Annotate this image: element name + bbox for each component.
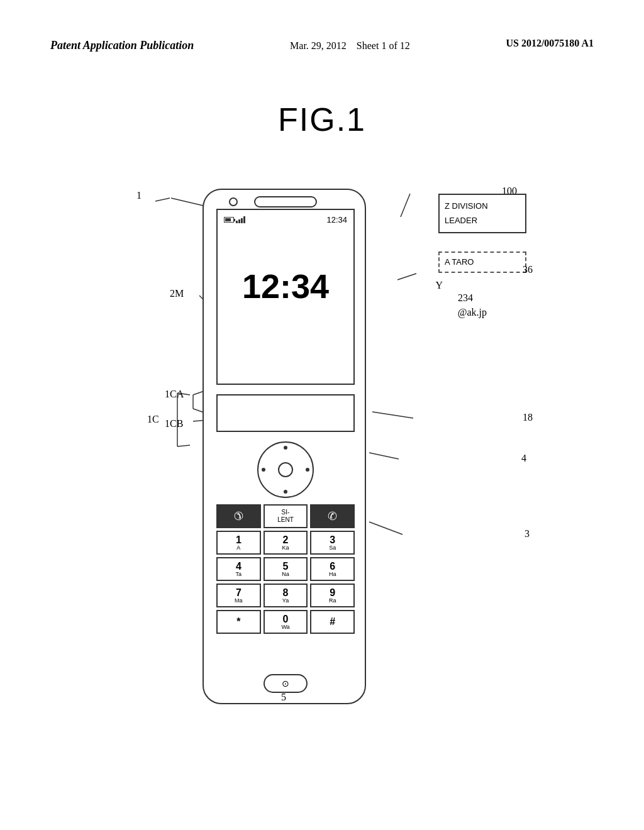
key-3[interactable]: 3Sa <box>310 531 355 555</box>
keypad-row-2: 4Ta 5Na 6Ha <box>216 557 355 581</box>
key-5[interactable]: 5Na <box>264 557 308 581</box>
info-popup-dashed: A TARO <box>438 252 526 273</box>
svg-line-1 <box>155 198 170 201</box>
header-patent-number: US 2012/0075180 A1 <box>506 38 594 49</box>
svg-line-7 <box>369 453 399 459</box>
key-8[interactable]: 8Ya <box>264 584 308 607</box>
end-button[interactable]: ✆ <box>310 504 355 528</box>
label-234: 234 <box>458 292 473 304</box>
label-1: 1 <box>136 190 142 201</box>
page: Patent Application Publication Mar. 29, … <box>0 0 644 830</box>
header-date-sheet: Mar. 29, 2012 Sheet 1 of 12 <box>290 38 410 54</box>
nav-center-button[interactable] <box>278 462 293 477</box>
key-1[interactable]: 1A <box>216 531 261 555</box>
nav-circle <box>254 438 317 501</box>
label-email: @ak.jp <box>458 307 487 318</box>
label-1CA: 1CA <box>165 389 184 400</box>
phone-earpiece <box>254 196 317 208</box>
header-publication-label: Patent Application Publication <box>50 38 194 53</box>
status-icons <box>224 216 245 223</box>
label-3: 3 <box>525 528 530 540</box>
svg-line-2 <box>401 194 410 217</box>
screen-status-bar: 12:34 <box>224 215 347 224</box>
phone-nav-bar <box>216 394 355 432</box>
phone-screen: 12:34 12:34 <box>216 209 355 385</box>
phone-body: 12:34 12:34 <box>203 189 366 704</box>
signal-bars <box>236 216 245 223</box>
key-2[interactable]: 2Ka <box>264 531 308 555</box>
keypad-row-3: 7Ma 8Ya 9Ra <box>216 584 355 607</box>
phone-camera <box>229 197 238 206</box>
svg-line-15 <box>177 445 190 446</box>
key-6[interactable]: 6Ha <box>310 557 355 581</box>
svg-line-8 <box>369 522 402 534</box>
keypad-row-1: 1A 2Ka 3Sa <box>216 531 355 555</box>
label-1C: 1C <box>147 414 159 425</box>
svg-line-3 <box>397 274 416 280</box>
phone-bottom-button[interactable]: ⊙ <box>264 674 308 693</box>
header: Patent Application Publication Mar. 29, … <box>50 38 594 54</box>
label-1CB: 1CB <box>165 418 183 429</box>
key-4[interactable]: 4Ta <box>216 557 261 581</box>
info-popup-solid: Z DIVISION LEADER <box>438 194 526 233</box>
keypad: ✆ SI-LENT ✆ 1A 2Ka <box>216 504 355 636</box>
nav-dot-left <box>262 468 265 472</box>
label-2M: 2M <box>170 288 184 299</box>
popup-leader: LEADER <box>445 213 520 228</box>
label-4: 4 <box>521 453 526 464</box>
figure-title: FIG.1 <box>278 101 366 138</box>
silent-button[interactable]: SI-LENT <box>264 504 308 528</box>
popup-ataro: A TARO <box>445 255 520 269</box>
svg-line-6 <box>372 412 413 418</box>
screen-time-small: 12:34 <box>326 215 347 224</box>
key-7[interactable]: 7Ma <box>216 584 261 607</box>
label-18: 18 <box>523 412 533 423</box>
label-5: 5 <box>281 692 286 703</box>
key-hash[interactable]: # <box>310 610 355 634</box>
screen-time-large: 12:34 <box>218 267 353 306</box>
call-button[interactable]: ✆ <box>216 504 261 528</box>
keypad-top-row: ✆ SI-LENT ✆ <box>216 504 355 528</box>
key-star[interactable]: * <box>216 610 261 634</box>
key-9[interactable]: 9Ra <box>310 584 355 607</box>
nav-dot-top <box>284 446 287 450</box>
popup-z-division: Z DIVISION <box>445 199 520 213</box>
key-0[interactable]: 0Wa <box>264 610 308 634</box>
keypad-row-4: * 0Wa # <box>216 610 355 634</box>
nav-dot-right <box>306 468 309 472</box>
nav-outer-ring <box>257 441 314 498</box>
label-y: Y <box>435 280 443 291</box>
diagram: 1 100 Z DIVISION LEADER A TARO Y 234 @ak… <box>102 151 542 780</box>
battery-icon <box>224 217 234 223</box>
label-36: 36 <box>523 264 533 275</box>
nav-dot-bottom <box>284 490 287 494</box>
